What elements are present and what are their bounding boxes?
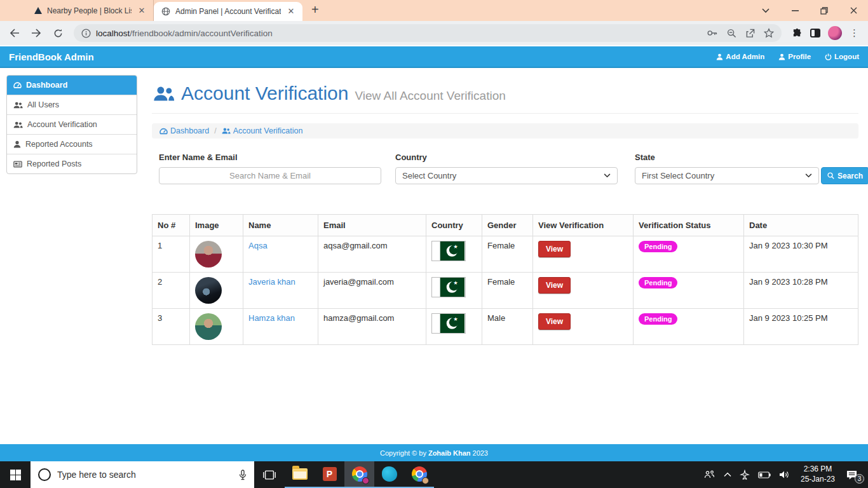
restore-icon[interactable] — [810, 0, 839, 21]
hidden-icons-chevron[interactable] — [724, 472, 731, 477]
browser-menu-icon[interactable]: ⋮ — [850, 27, 859, 39]
page-subtitle: View All Account Verification — [355, 89, 505, 103]
sidebar-item-reported-posts[interactable]: Reported Posts — [7, 154, 137, 173]
task-view-button[interactable] — [254, 461, 285, 488]
people-icon[interactable] — [704, 470, 715, 479]
divider — [152, 113, 858, 114]
microphone-icon[interactable] — [239, 470, 247, 480]
table-row: 1 Aqsa aqsa@gmail.com ★ Female View Pend… — [153, 236, 858, 273]
users-icon — [13, 121, 23, 128]
sidebar-item-reported-accounts[interactable]: Reported Accounts — [7, 135, 137, 154]
taskbar-clock[interactable]: 2:36 PM 25-Jan-23 — [798, 464, 837, 484]
tab-admin-panel[interactable]: Admin Panel | Account Verification ✕ — [154, 2, 302, 21]
back-icon[interactable] — [5, 24, 24, 43]
verification-table: No # Image Name Email Country Gender Vie… — [152, 214, 858, 345]
country-label: Country — [395, 152, 618, 162]
extensions-puzzle-icon[interactable] — [792, 28, 803, 39]
state-group: State First Select Country Search — [635, 152, 868, 184]
site-favicon — [34, 7, 42, 14]
reload-icon[interactable] — [48, 24, 67, 43]
airplane-mode-icon[interactable] — [740, 470, 750, 480]
country-select[interactable]: Select Country — [395, 167, 618, 184]
powerpoint-icon: P — [323, 467, 337, 481]
row-gender: Female — [482, 236, 533, 273]
action-center-button[interactable]: 3 — [846, 470, 862, 480]
logout-button[interactable]: Logout — [825, 53, 859, 60]
view-button[interactable]: View — [538, 277, 571, 294]
zoom-out-icon[interactable] — [727, 29, 736, 38]
content-area: Dashboard All Users Account Verification… — [0, 68, 868, 444]
row-action-cell: View — [533, 309, 634, 345]
taskbar-search[interactable]: Type here to search — [31, 461, 254, 488]
user-icon — [13, 140, 21, 148]
new-tab-button[interactable]: + — [302, 3, 328, 21]
close-window-icon[interactable] — [839, 0, 868, 21]
minimize-icon[interactable] — [780, 0, 810, 21]
search-button[interactable]: Search — [821, 167, 868, 184]
taskbar-file-explorer[interactable] — [285, 461, 315, 488]
name-email-label: Enter Name & Email — [159, 152, 381, 162]
main-panel: Account Verification View All Account Ve… — [152, 75, 858, 444]
sidebar-item-all-users[interactable]: All Users — [7, 95, 137, 115]
clock-time: 2:36 PM — [801, 464, 835, 475]
screen: Nearby People | Block List ✕ Admin Panel… — [0, 0, 868, 488]
info-icon[interactable] — [81, 29, 91, 38]
state-select[interactable]: First Select Country — [635, 167, 819, 184]
user-name-link[interactable]: Aqsa — [248, 241, 268, 250]
battery-icon[interactable] — [758, 471, 771, 478]
view-button[interactable]: View — [538, 241, 571, 257]
system-tray: 2:36 PM 25-Jan-23 3 — [698, 461, 868, 488]
row-no: 2 — [153, 273, 190, 309]
row-action-cell: View — [533, 273, 634, 309]
address-bar[interactable]: localhost/friendbook/admin/accountVerifi… — [74, 24, 782, 42]
taskbar-powerpoint[interactable]: P — [315, 461, 344, 488]
footer-text: Copyright © by — [380, 449, 426, 457]
breadcrumb-dashboard[interactable]: Dashboard — [159, 126, 209, 135]
col-name: Name — [243, 215, 318, 236]
volume-icon[interactable] — [779, 470, 790, 479]
brand[interactable]: FriendBook Admin — [9, 51, 94, 62]
taskbar-blue-app[interactable] — [374, 461, 404, 488]
tab-nearby-people[interactable]: Nearby People | Block List ✕ — [27, 0, 154, 21]
row-country-cell: ★ — [426, 236, 482, 273]
table-row: 3 Hamza khan hamza@gmail.com ★ Male View… — [153, 309, 858, 345]
table-header-row: No # Image Name Email Country Gender Vie… — [153, 215, 858, 236]
search-name-email-input[interactable] — [159, 167, 381, 184]
taskbar-chrome-secondary[interactable] — [404, 461, 434, 488]
row-image-cell — [190, 236, 243, 273]
sidebar-item-dashboard[interactable]: Dashboard — [7, 76, 137, 95]
col-country: Country — [426, 215, 482, 236]
pakistan-flag-icon: ★ — [431, 241, 466, 261]
forward-icon[interactable] — [27, 24, 46, 43]
page-title: Account Verification — [181, 83, 348, 104]
add-admin-button[interactable]: Add Admin — [716, 53, 764, 60]
browser-profile-avatar[interactable] — [828, 26, 842, 40]
sidebar-item-account-verification[interactable]: Account Verification — [7, 115, 137, 135]
svg-text:★: ★ — [453, 316, 458, 322]
tab-close-icon[interactable]: ✕ — [137, 6, 147, 16]
share-icon[interactable] — [745, 29, 755, 38]
filter-form: Enter Name & Email Country Select Countr… — [152, 152, 858, 184]
row-date: Jan 9 2023 10:25 PM — [744, 309, 858, 345]
footer-year: 2023 — [473, 449, 488, 457]
breadcrumb-account-verification[interactable]: Account Verification — [222, 126, 303, 135]
chrome-profile-badge — [422, 477, 429, 484]
side-panel-icon[interactable] — [810, 29, 820, 37]
user-avatar[interactable] — [195, 313, 222, 340]
user-name-link[interactable]: Javeria khan — [248, 277, 295, 287]
tab-search-chevron-icon[interactable] — [751, 0, 780, 21]
user-avatar[interactable] — [195, 277, 222, 304]
password-key-icon[interactable] — [707, 29, 718, 37]
status-badge: Pending — [639, 313, 677, 325]
taskbar-chrome-active[interactable] — [344, 461, 374, 488]
tab-close-icon[interactable]: ✕ — [286, 6, 296, 17]
start-button[interactable] — [0, 461, 31, 488]
clock-date: 25-Jan-23 — [801, 475, 835, 485]
profile-button[interactable]: Profile — [778, 53, 811, 60]
view-button[interactable]: View — [538, 313, 571, 330]
user-name-link[interactable]: Hamza khan — [248, 313, 295, 323]
breadcrumb: Dashboard / Account Verification — [152, 123, 858, 139]
bookmark-star-icon[interactable] — [764, 28, 774, 38]
col-image: Image — [190, 215, 243, 236]
user-avatar[interactable] — [195, 241, 222, 268]
